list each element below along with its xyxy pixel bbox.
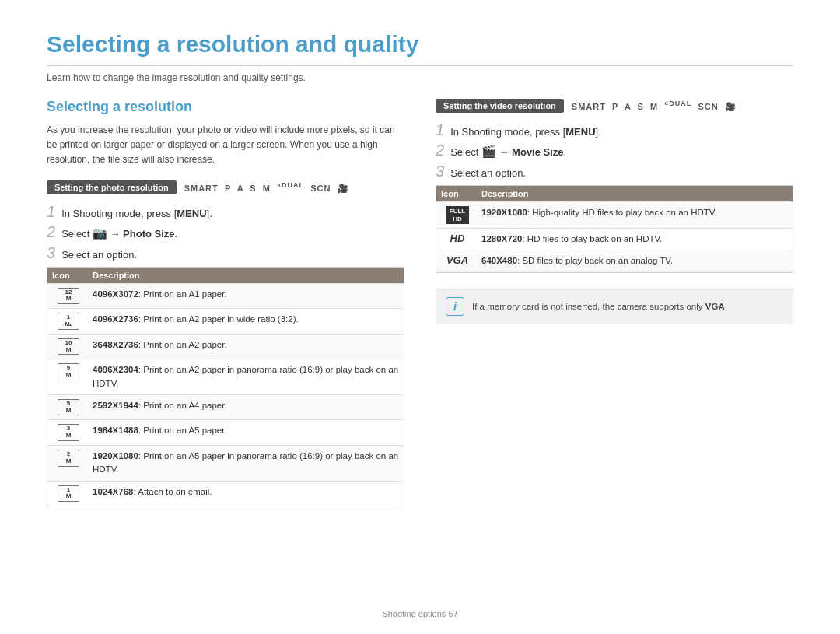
table-row: 12M 4096X3072: Print on an A1 paper. (47, 283, 404, 309)
step-num: 1 (436, 122, 444, 138)
td-icon: 9M (52, 363, 85, 380)
table-row: 3M 1984X1488: Print on an A5 paper. (47, 419, 404, 445)
td-icon: FULLHD (441, 206, 474, 224)
td-icon: 12M (52, 288, 85, 305)
left-column: Selecting a resolution As you increase t… (47, 99, 404, 506)
table-header: Icon Description (436, 186, 793, 201)
td-desc: 2592X1944: Print on an A4 paper. (93, 399, 399, 412)
right-column: Setting the video resolution SMART P A S… (436, 99, 793, 506)
td-desc: 4096X2304: Print on an A2 paper in panor… (93, 363, 399, 391)
table-row: 10M 3648X2736: Print on an A2 paper. (47, 334, 404, 359)
photo-step-2: 2 Select 📷 → Photo Size. (47, 224, 404, 240)
th-icon: Icon (441, 189, 474, 198)
video-step-1: 1 In Shooting mode, press [MENU]. (436, 122, 793, 138)
note-icon: i (446, 297, 464, 316)
step-text: Select an option. (450, 167, 526, 179)
photo-modes: SMART P A S M «DUAL SCN 🎥 (184, 181, 349, 194)
td-icon: 2M (52, 450, 85, 467)
photo-badge: Setting the photo resolution (47, 180, 177, 194)
note-box: i If a memory card is not inserted, the … (436, 289, 793, 324)
td-desc: 640X480: SD files to play back on an ana… (481, 254, 788, 268)
video-resolution-table: Icon Description FULLHD 1920X1080: High-… (436, 185, 793, 273)
step-num: 2 (47, 224, 55, 240)
td-icon: 3M (52, 424, 85, 441)
td-desc: 4096X2736: Print on an A2 paper in wide … (93, 313, 399, 326)
page-title: Selecting a resolution and quality (47, 31, 793, 66)
note-text: If a memory card is not inserted, the ca… (472, 302, 725, 311)
step-text: In Shooting mode, press [MENU]. (450, 126, 601, 138)
video-modes: SMART P A S M «DUAL SCN 🎥 (572, 100, 737, 112)
td-desc: 1920X1080: High-quality HD files to play… (481, 206, 788, 219)
table-row: 5M 2592X1944: Print on an A4 paper. (47, 394, 404, 420)
td-desc: 1280X720: HD files to play back on an HD… (481, 233, 788, 246)
td-desc: 1984X1488: Print on an A5 paper. (93, 424, 399, 437)
table-row: 1M 1024X768: Attach to an email. (47, 481, 404, 506)
td-desc: 4096X3072: Print on an A1 paper. (93, 288, 399, 301)
footer: Shooting options 57 (0, 609, 840, 618)
step-text: Select an option. (61, 249, 137, 261)
photo-resolution-table: Icon Description 12M 4096X3072: Print on… (47, 267, 404, 507)
td-icon: 10M (52, 338, 85, 356)
th-icon: Icon (52, 271, 85, 280)
video-step-3: 3 Select an option. (436, 163, 793, 179)
td-icon: 5M (52, 399, 85, 416)
td-icon: VGA (441, 254, 474, 266)
photo-step-1: 1 In Shooting mode, press [MENU]. (47, 204, 404, 219)
video-step-2: 2 Select 🎬 → Movie Size. (436, 142, 793, 159)
td-icon: 1M (52, 485, 85, 503)
table-row: 9M 4096X2304: Print on an A2 paper in pa… (47, 359, 404, 394)
step-text: In Shooting mode, press [MENU]. (61, 208, 212, 219)
step-text: Select 🎬 → Movie Size. (450, 145, 566, 159)
table-row: VGA 640X480: SD files to play back on an… (436, 250, 793, 271)
section-heading-resolution: Selecting a resolution (47, 99, 404, 115)
table-row: HD 1280X720: HD files to play back on an… (436, 228, 793, 250)
table-row: 1M₁ 4096X2736: Print on an A2 paper in w… (47, 308, 404, 334)
step-text: Select 📷 → Photo Size. (61, 226, 177, 240)
step-num: 1 (47, 204, 55, 219)
th-desc: Description (481, 189, 788, 198)
step-num: 3 (47, 245, 55, 261)
td-icon: 1M₁ (52, 313, 85, 330)
td-desc: 1920X1080: Print on an A5 paper in panor… (93, 450, 399, 477)
step-num: 2 (436, 142, 444, 158)
photo-step-3: 3 Select an option. (47, 245, 404, 261)
table-row: 2M 1920X1080: Print on an A5 paper in pa… (47, 445, 404, 481)
photo-badge-bar: Setting the photo resolution SMART P A S… (47, 180, 404, 194)
th-desc: Description (93, 271, 399, 280)
video-badge-bar: Setting the video resolution SMART P A S… (436, 99, 793, 113)
td-desc: 1024X768: Attach to an email. (93, 485, 399, 499)
td-desc: 3648X2736: Print on an A2 paper. (93, 338, 399, 352)
page-subtitle: Learn how to change the image resolution… (47, 72, 793, 83)
td-icon: HD (441, 233, 474, 244)
table-header: Icon Description (47, 268, 404, 283)
section-body: As you increase the resolution, your pho… (47, 123, 404, 168)
step-num: 3 (436, 163, 444, 179)
table-row: FULLHD 1920X1080: High-quality HD files … (436, 201, 793, 228)
video-badge: Setting the video resolution (436, 99, 564, 113)
